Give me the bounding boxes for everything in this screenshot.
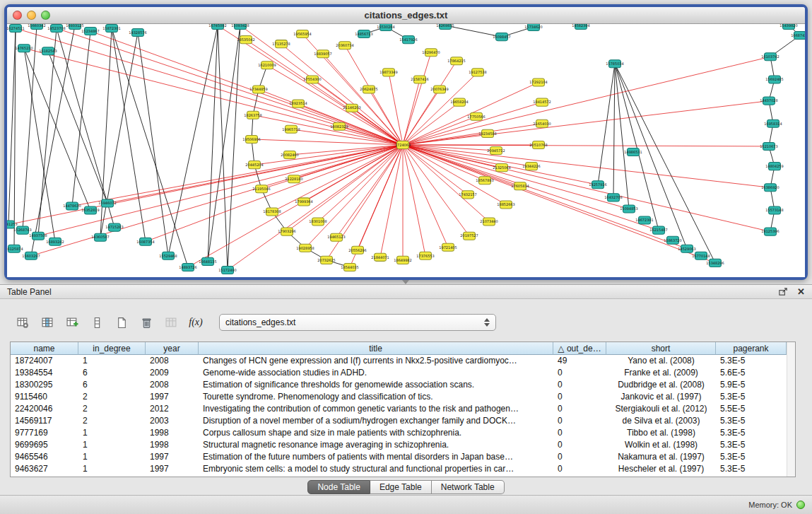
- graph-node[interactable]: 18301008: [309, 218, 326, 226]
- tab-network-table[interactable]: Network Table: [432, 480, 505, 494]
- graph-node[interactable]: 21587416: [411, 76, 428, 83]
- table-row[interactable]: 2242004622012Investigating the contribut…: [11, 403, 787, 415]
- graph-node[interactable]: 17903296: [278, 228, 295, 235]
- tab-node-table[interactable]: Node Table: [307, 480, 370, 494]
- graph-node[interactable]: 17864215: [447, 57, 465, 65]
- graph-node[interactable]: 18544035: [341, 263, 358, 271]
- graph-node[interactable]: 16098457: [493, 33, 510, 41]
- close-panel-icon[interactable]: ✕: [797, 287, 805, 296]
- import-table-button[interactable]: [161, 313, 181, 332]
- float-panel-icon[interactable]: [778, 286, 789, 297]
- graph-node[interactable]: 18414572: [533, 98, 551, 106]
- column-header-name[interactable]: name: [11, 342, 78, 355]
- column-header-in_degree[interactable]: in_degree: [78, 342, 146, 355]
- graph-node[interactable]: 19127538: [469, 69, 486, 76]
- zoom-window-button[interactable]: [41, 11, 50, 20]
- table-row[interactable]: 1830029562008Estimation of significance …: [11, 379, 787, 391]
- graph-node[interactable]: 19565954: [293, 30, 311, 38]
- network-canvas[interactable]: 1853504217135278195659541883905720360734…: [7, 24, 805, 277]
- show-columns-button[interactable]: [37, 313, 57, 332]
- graph-node[interactable]: 18649982: [394, 256, 411, 264]
- graph-node[interactable]: 15573148: [765, 206, 783, 214]
- graph-node[interactable]: 19873349: [379, 69, 397, 76]
- close-window-button[interactable]: [13, 11, 22, 20]
- graph-node[interactable]: 15417926: [399, 36, 417, 44]
- graph-node[interactable]: 15234867: [81, 28, 99, 35]
- graph-node[interactable]: 16958314: [764, 119, 782, 127]
- graph-node[interactable]: 14328576: [129, 29, 146, 37]
- graph-node[interactable]: 14523708: [47, 25, 65, 33]
- graph-node[interactable]: 14672391: [635, 216, 653, 224]
- graph-node[interactable]: 16274511: [7, 25, 25, 33]
- graph-node[interactable]: 21073440: [480, 218, 498, 226]
- graph-node[interactable]: 15093428: [231, 24, 249, 30]
- graph-node[interactable]: 19344226: [522, 163, 540, 170]
- graph-node[interactable]: 14715283: [105, 223, 123, 231]
- graph-node[interactable]: 16530284: [377, 24, 394, 31]
- graph-node[interactable]: 15210673: [760, 142, 777, 150]
- graph-node[interactable]: 16103742: [761, 53, 779, 61]
- graph-node[interactable]: 20556296: [348, 246, 366, 254]
- graph-node[interactable]: 15172490: [218, 266, 236, 274]
- table-options-button[interactable]: [13, 313, 33, 332]
- column-header-title[interactable]: title: [199, 342, 553, 355]
- graph-node[interactable]: 21844071: [371, 253, 389, 261]
- graph-node[interactable]: 15094853: [620, 205, 637, 213]
- graph-node[interactable]: 14765230: [15, 45, 33, 52]
- graph-node[interactable]: 18082329: [330, 122, 348, 130]
- graph-node[interactable]: 14360587: [91, 233, 109, 241]
- graph-node[interactable]: 21325064: [493, 164, 510, 172]
- table-scrollbar[interactable]: [787, 342, 795, 477]
- graph-node[interactable]: 19028958: [296, 244, 314, 252]
- graph-node[interactable]: 17135278: [272, 40, 290, 48]
- table-row[interactable]: 946554611997Estimation of the future num…: [11, 451, 787, 463]
- graph-node[interactable]: 18178308: [263, 208, 281, 216]
- graph-node[interactable]: 18839057: [314, 50, 331, 58]
- graph-node[interactable]: 16687432: [791, 32, 805, 40]
- graph-node[interactable]: 21654030: [533, 119, 551, 127]
- function-builder-button[interactable]: f(x): [186, 313, 206, 332]
- graph-node[interactable]: 15529468: [159, 252, 177, 259]
- graph-node[interactable]: 20082460: [281, 151, 298, 159]
- graph-node[interactable]: 15734620: [524, 24, 542, 31]
- table-row[interactable]: 946362711997Embryonic stem cells: a mode…: [11, 463, 787, 475]
- graph-node[interactable]: 15692485: [765, 76, 783, 83]
- graph-node[interactable]: 19721405: [439, 243, 457, 251]
- edit-table-button[interactable]: [62, 313, 82, 332]
- new-table-button[interactable]: [112, 313, 131, 332]
- graph-node[interactable]: 20197527: [460, 232, 478, 240]
- table-row[interactable]: 977716911998Corpus callosum shape and si…: [11, 427, 787, 439]
- graph-node[interactable]: 16386920: [761, 184, 779, 192]
- graph-node[interactable]: 21146203: [343, 104, 360, 112]
- table-row[interactable]: 1872400712008Changes of HCN gene express…: [11, 355, 787, 367]
- graph-node[interactable]: 14582394: [572, 24, 589, 30]
- graph-node[interactable]: 15785034: [606, 60, 623, 68]
- column-header-pagerank[interactable]: pagerank: [716, 342, 787, 355]
- graph-node[interactable]: 14529063: [678, 245, 695, 252]
- graph-node[interactable]: 15660342: [28, 24, 45, 30]
- graph-node[interactable]: 17750566: [467, 112, 485, 120]
- graph-node[interactable]: 20360734: [336, 42, 353, 49]
- graph-node[interactable]: 14257916: [589, 181, 606, 189]
- graph-node[interactable]: 17376553: [416, 252, 434, 259]
- graph-node[interactable]: 18263758: [244, 111, 261, 119]
- table-row[interactable]: 1456911722003Disruption of a novel membe…: [11, 415, 787, 427]
- graph-node[interactable]: 16432708: [604, 194, 622, 201]
- graph-node[interactable]: 20732625: [317, 256, 335, 264]
- graph-node[interactable]: 15348296: [706, 259, 724, 267]
- graph-node[interactable]: 14856713: [355, 30, 372, 38]
- minimize-window-button[interactable]: [27, 11, 36, 20]
- graph-node[interactable]: 16893242: [46, 238, 64, 245]
- graph-node[interactable]: 20624875: [360, 86, 377, 93]
- row-options-button[interactable]: [87, 313, 107, 332]
- graph-node[interactable]: 14804259: [765, 163, 783, 170]
- delete-table-button[interactable]: [136, 313, 156, 332]
- graph-node[interactable]: 15863720: [664, 236, 681, 244]
- graph-node[interactable]: 15603297: [22, 252, 40, 259]
- graph-node[interactable]: 14478630: [63, 202, 81, 210]
- graph-node[interactable]: 15872301: [102, 25, 120, 33]
- graph-node[interactable]: 20945712: [487, 146, 505, 154]
- table-row[interactable]: 1938455462009Genome-wide association stu…: [11, 367, 787, 379]
- column-header-out_de[interactable]: △ out_de…: [553, 342, 606, 355]
- window-titlebar[interactable]: citations_edges.txt: [7, 7, 805, 24]
